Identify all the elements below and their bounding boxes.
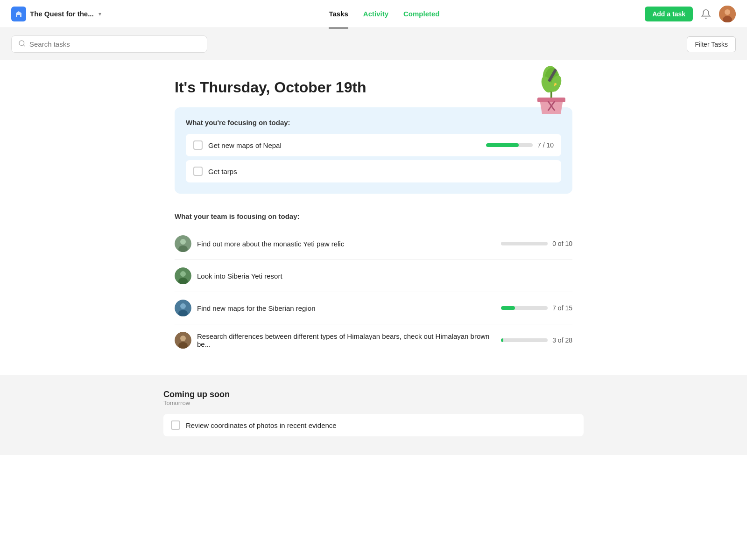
tab-completed[interactable]: Completed bbox=[403, 8, 440, 20]
team-progress-fill-3 bbox=[501, 306, 515, 310]
task-checkbox-1[interactable] bbox=[193, 140, 203, 150]
nav-right: Add a task bbox=[645, 6, 736, 22]
filter-tasks-button[interactable]: Filter Tasks bbox=[687, 36, 736, 52]
task-progress-1: 7 / 10 bbox=[486, 141, 554, 149]
coming-up-task-item-1: Review coordinates of photos in recent e… bbox=[163, 414, 584, 436]
tab-activity[interactable]: Activity bbox=[363, 8, 388, 20]
team-task-label-1: Find out more about the monastic Yeti pa… bbox=[197, 240, 495, 248]
svg-rect-1 bbox=[17, 15, 20, 17]
brand-icon bbox=[11, 7, 26, 21]
team-task-item-1: Find out more about the monastic Yeti pa… bbox=[175, 228, 572, 260]
plant-decoration bbox=[530, 65, 572, 116]
search-input-wrapper bbox=[11, 35, 207, 53]
team-avatar-1 bbox=[175, 235, 191, 252]
team-task-progress-1: 0 of 10 bbox=[501, 240, 572, 247]
team-section-title: What your team is focusing on today: bbox=[175, 212, 572, 220]
team-task-label-3: Find new maps for the Siberian region bbox=[197, 304, 495, 312]
focus-task-label-1: Get new maps of Nepal bbox=[208, 141, 480, 149]
nav-brand[interactable]: The Quest for the... ▾ bbox=[11, 7, 101, 21]
coming-up-inner: Coming up soon Tomorrow Review coordinat… bbox=[163, 390, 584, 436]
coming-up-task-label-1: Review coordinates of photos in recent e… bbox=[186, 421, 576, 429]
team-progress-text-3: 7 of 15 bbox=[552, 304, 572, 312]
team-task-progress-4: 3 of 28 bbox=[501, 336, 572, 344]
coming-up-title: Coming up soon bbox=[163, 390, 584, 399]
navbar: The Quest for the... ▾ Tasks Activity Co… bbox=[0, 0, 747, 28]
focus-card: What you're focusing on today: Get new m… bbox=[175, 107, 572, 194]
search-bar-container: Filter Tasks bbox=[0, 28, 747, 60]
tab-tasks[interactable]: Tasks bbox=[329, 8, 348, 20]
coming-up-section: Coming up soon Tomorrow Review coordinat… bbox=[0, 375, 747, 455]
team-task-progress-3: 7 of 15 bbox=[501, 304, 572, 312]
team-progress-fill-4 bbox=[501, 338, 503, 342]
task-checkbox-2[interactable] bbox=[193, 167, 203, 176]
focus-card-title: What you're focusing on today: bbox=[186, 119, 561, 126]
search-icon bbox=[18, 40, 26, 49]
progress-text-1: 7 / 10 bbox=[537, 141, 554, 149]
team-section: What your team is focusing on today: Fin… bbox=[175, 212, 572, 356]
team-avatar-4 bbox=[175, 332, 191, 349]
coming-up-checkbox-1[interactable] bbox=[171, 420, 180, 430]
team-progress-bar-4 bbox=[501, 338, 548, 342]
team-task-item-3: Find new maps for the Siberian region 7 … bbox=[175, 292, 572, 324]
add-task-button[interactable]: Add a task bbox=[645, 7, 693, 21]
bell-icon[interactable] bbox=[698, 7, 713, 21]
coming-up-subtitle: Tomorrow bbox=[163, 399, 584, 406]
svg-rect-7 bbox=[537, 98, 565, 102]
focus-task-item: Get new maps of Nepal 7 / 10 bbox=[186, 134, 561, 156]
nav-tabs: Tasks Activity Completed bbox=[124, 8, 645, 20]
team-avatar-2 bbox=[175, 267, 191, 284]
svg-point-17 bbox=[180, 239, 186, 245]
progress-bar-1 bbox=[486, 143, 533, 147]
team-task-item-2: Look into Siberia Yeti resort bbox=[175, 260, 572, 292]
brand-title: The Quest for the... bbox=[30, 10, 94, 18]
chevron-down-icon: ▾ bbox=[99, 11, 101, 17]
team-progress-bar-3 bbox=[501, 306, 548, 310]
avatar[interactable] bbox=[719, 6, 736, 22]
focus-task-item-2: Get tarps bbox=[186, 160, 561, 182]
progress-fill-1 bbox=[486, 143, 519, 147]
team-avatar-3 bbox=[175, 300, 191, 316]
team-task-item-4: Research differences between different t… bbox=[175, 324, 572, 356]
search-input[interactable] bbox=[29, 40, 200, 48]
focus-task-label-2: Get tarps bbox=[208, 168, 554, 175]
svg-point-5 bbox=[19, 41, 24, 46]
date-heading: It's Thursday, October 19th bbox=[175, 79, 572, 96]
team-progress-text-4: 3 of 28 bbox=[552, 336, 572, 344]
team-task-label-4: Research differences between different t… bbox=[197, 332, 495, 348]
svg-point-26 bbox=[180, 336, 186, 341]
team-progress-text-1: 0 of 10 bbox=[552, 240, 572, 247]
svg-point-23 bbox=[180, 303, 186, 309]
team-progress-bar-1 bbox=[501, 242, 548, 245]
main-content: It's Thursday, October 19th What you're … bbox=[163, 60, 584, 356]
svg-point-20 bbox=[180, 271, 186, 277]
team-task-label-2: Look into Siberia Yeti resort bbox=[197, 272, 572, 280]
svg-point-3 bbox=[725, 9, 730, 15]
